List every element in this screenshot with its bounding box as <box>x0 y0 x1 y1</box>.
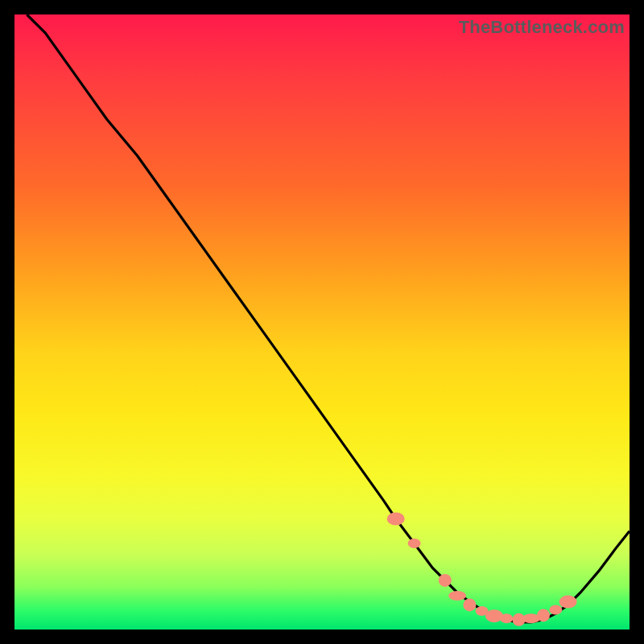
marker-point <box>439 574 452 587</box>
marker-point <box>463 598 476 611</box>
curve-layer <box>14 14 630 630</box>
marker-point <box>408 539 421 548</box>
chart-frame: TheBottleneck.com <box>0 0 644 644</box>
marker-group <box>387 513 577 626</box>
marker-point <box>500 613 513 623</box>
plot-area: TheBottleneck.com <box>14 14 630 630</box>
bottleneck-curve <box>27 14 630 622</box>
marker-point <box>387 513 405 526</box>
marker-point <box>485 609 503 622</box>
marker-point <box>559 596 577 609</box>
marker-point <box>537 609 550 621</box>
marker-point <box>448 591 466 601</box>
marker-point <box>549 605 562 615</box>
